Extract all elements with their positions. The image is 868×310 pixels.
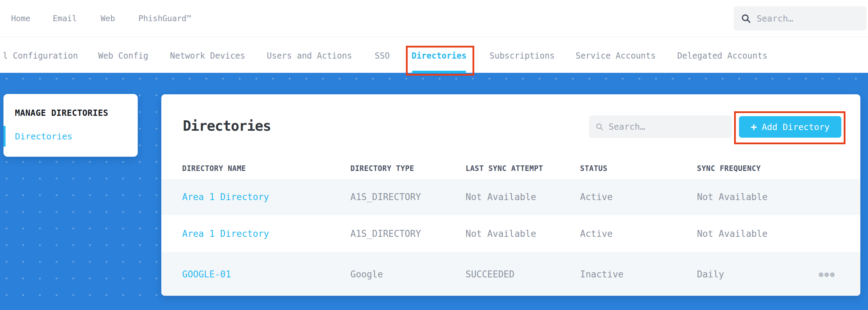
top-navbar: HomeEmailWebPhishGuard™ [0, 0, 868, 37]
cell-status: Active [580, 229, 697, 239]
page: HomeEmailWebPhishGuard™ l ConfigurationW… [0, 0, 868, 310]
cell-directory-type: A1S_DIRECTORY [350, 192, 466, 202]
column-header-status: STATUS [580, 164, 697, 173]
panel-header: Directories + Add Directory [161, 94, 860, 158]
table-row: GOOGLE-01GoogleSUCCEEDEDInactiveDaily●●● [161, 252, 860, 296]
directory-name-link[interactable]: GOOGLE-01 [182, 269, 350, 279]
top-search-input[interactable] [757, 14, 860, 24]
cell-last-sync-attempt: Not Available [466, 192, 580, 202]
column-header-directory-name: DIRECTORY NAME [182, 164, 350, 173]
panel-title: Directories [183, 118, 271, 134]
table-row: Area 1 DirectoryA1S_DIRECTORYNot Availab… [161, 179, 860, 215]
content-background: MANAGE DIRECTORIES Directories Directori… [0, 73, 868, 310]
column-header-sync-frequency: SYNC FREQUENCY [697, 164, 819, 173]
add-directory-label: Add Directory [762, 122, 830, 132]
directories-table: DIRECTORY NAMEDIRECTORY TYPELAST SYNC AT… [161, 158, 860, 296]
cell-last-sync-attempt: Not Available [466, 229, 580, 239]
cell-last-sync-attempt: SUCCEEDED [466, 269, 580, 279]
cell-sync-frequency: Daily [697, 269, 819, 279]
topnav-item-web[interactable]: Web [101, 14, 115, 23]
cell-sync-frequency: Not Available [697, 192, 819, 202]
table-header-row: DIRECTORY NAMEDIRECTORY TYPELAST SYNC AT… [161, 158, 860, 179]
tab-delegated-accounts[interactable]: Delegated Accounts [677, 51, 767, 72]
tab-network-devices[interactable]: Network Devices [170, 51, 245, 72]
cell-directory-type: Google [350, 269, 466, 279]
cell-sync-frequency: Not Available [697, 229, 819, 239]
column-header-directory-type: DIRECTORY TYPE [350, 164, 466, 173]
tab-users-and-actions[interactable]: Users and Actions [267, 51, 352, 72]
card-heading: MANAGE DIRECTORIES [15, 108, 108, 118]
table-body: Area 1 DirectoryA1S_DIRECTORYNot Availab… [161, 179, 860, 296]
tab-subscriptions[interactable]: Subscriptions [490, 51, 555, 72]
column-header-last-sync-attempt: LAST SYNC ATTEMPT [466, 164, 580, 173]
tab-web-config[interactable]: Web Config [98, 51, 148, 72]
tab-directories[interactable]: Directories [411, 51, 467, 72]
cell-directory-type: A1S_DIRECTORY [350, 229, 466, 239]
topnav-item-home[interactable]: Home [11, 14, 30, 23]
directories-panel: Directories + Add Directory DIRECTORY NA… [161, 94, 860, 296]
topnav-item-phishguard[interactable]: PhishGuard™ [138, 14, 191, 23]
panel-search-input[interactable] [609, 122, 726, 132]
row-menu-ellipsis-icon[interactable]: ●●● [819, 270, 860, 278]
panel-search[interactable] [589, 115, 732, 138]
manage-directories-card: MANAGE DIRECTORIES Directories [3, 94, 138, 157]
plus-icon: + [751, 122, 757, 132]
sidebar-item-directories[interactable]: Directories [3, 126, 138, 147]
search-icon [595, 122, 604, 131]
tab-bar: l ConfigurationWeb ConfigNetwork Devices… [0, 37, 868, 73]
add-directory-button[interactable]: + Add Directory [739, 116, 841, 138]
top-search[interactable] [734, 6, 867, 31]
cell-status: Inactive [580, 269, 697, 279]
search-icon [741, 13, 751, 24]
tab-sso[interactable]: SSO [375, 51, 390, 72]
tab-service-accounts[interactable]: Service Accounts [576, 51, 656, 72]
cell-status: Active [580, 192, 697, 202]
table-row: Area 1 DirectoryA1S_DIRECTORYNot Availab… [161, 215, 860, 252]
directory-name-link[interactable]: Area 1 Directory [182, 192, 350, 202]
active-indicator-bar [3, 126, 6, 147]
directory-name-link[interactable]: Area 1 Directory [182, 229, 350, 239]
sidebar-item-label[interactable]: Directories [15, 131, 73, 141]
topnav-item-email[interactable]: Email [53, 14, 77, 23]
tab-l-configuration[interactable]: l Configuration [3, 51, 78, 72]
